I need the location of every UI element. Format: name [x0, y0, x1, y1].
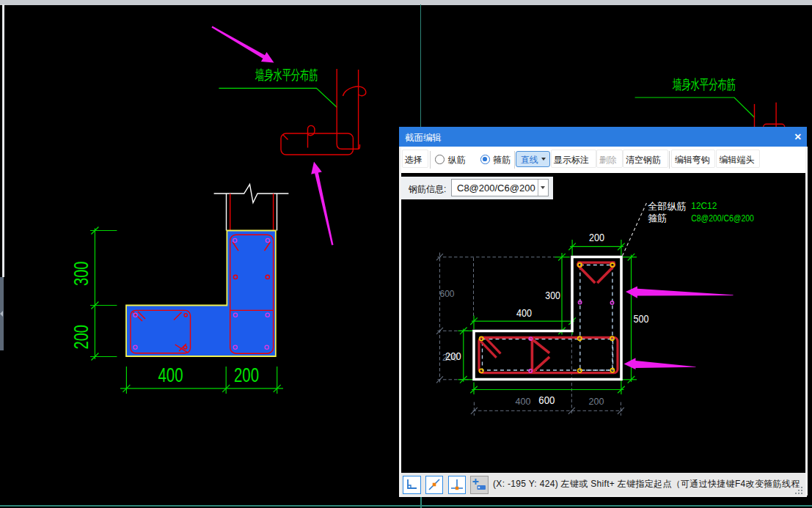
svg-text:300: 300 — [545, 288, 560, 301]
svg-text:400: 400 — [516, 306, 532, 319]
svg-text:200: 200 — [588, 396, 604, 407]
svg-text:12C12: 12C12 — [691, 200, 717, 211]
svg-text:500: 500 — [633, 312, 648, 325]
svg-text:600: 600 — [538, 394, 555, 406]
svg-text:C8@200/C6@200: C8@200/C6@200 — [691, 213, 754, 224]
svg-text:箍筋: 箍筋 — [648, 213, 667, 224]
svg-text:全部纵筋: 全部纵筋 — [648, 200, 687, 211]
svg-text:300: 300 — [70, 262, 92, 287]
svg-text:200: 200 — [445, 349, 461, 361]
svg-text:200: 200 — [234, 364, 259, 386]
svg-text:墙身水平分布筋: 墙身水平分布筋 — [255, 67, 318, 83]
svg-text:400: 400 — [515, 396, 530, 407]
svg-text:墙身水平分布筋: 墙身水平分布筋 — [672, 77, 736, 92]
svg-text:400: 400 — [158, 364, 183, 386]
svg-text:200: 200 — [70, 325, 92, 350]
svg-text:600: 600 — [439, 288, 454, 299]
svg-text:200: 200 — [589, 231, 604, 243]
